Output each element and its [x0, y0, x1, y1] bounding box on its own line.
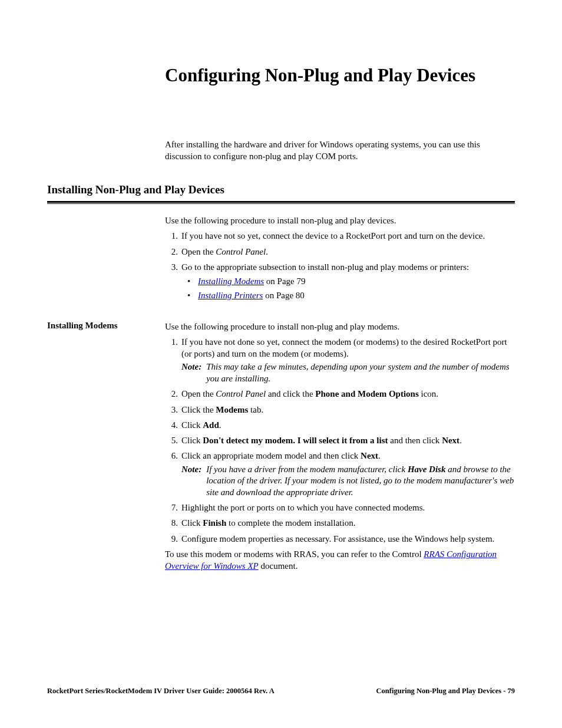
note-label: Note:	[181, 464, 206, 499]
text: Click the	[181, 405, 216, 414]
intro-paragraph: After installing the hardware and driver…	[165, 139, 515, 162]
list-item: Open the Control Panel.	[165, 246, 515, 258]
text: Click	[181, 420, 203, 430]
text: on Page 80	[263, 291, 304, 300]
text: .	[378, 451, 381, 460]
text: Open the	[181, 389, 216, 398]
list-item: Click Finish to complete the modem insta…	[165, 517, 515, 529]
footer-right: Configuring Non-Plug and Play Devices - …	[376, 687, 515, 696]
list-item: Open the Control Panel and click the Pho…	[165, 388, 515, 400]
list-item: Click an appropriate modem model and the…	[165, 450, 515, 498]
text-bold: Finish	[203, 518, 226, 528]
text: Go to the appropriate subsection to inst…	[181, 262, 469, 272]
list-item: Click Don't detect my modem. I will sele…	[165, 434, 515, 446]
text: icon.	[419, 389, 438, 398]
text: and then click	[388, 436, 442, 445]
text: .	[459, 436, 462, 445]
list-item: Configure modem properties as necessary.…	[165, 533, 515, 545]
text: on Page 79	[264, 276, 305, 286]
closing-paragraph: To use this modem or modems with RRAS, y…	[165, 548, 515, 572]
note-text: If you have a driver from the modem manu…	[206, 464, 515, 499]
page-title: Configuring Non-Plug and Play Devices	[165, 65, 515, 86]
text-bold: Next	[442, 436, 459, 445]
procedure-list-modems: If you have not done so yet, connect the…	[165, 336, 515, 545]
subsection-installing-modems: Installing Modems Use the following proc…	[47, 321, 515, 576]
body-text: Use the following procedure to install n…	[165, 321, 515, 332]
procedure-list-devices: If you have not so yet, connect the devi…	[165, 230, 515, 301]
divider	[47, 201, 515, 204]
note-text: This may take a few minutes, depending u…	[206, 361, 515, 384]
link-installing-printers[interactable]: Installing Printers	[198, 291, 263, 300]
note: Note: This may take a few minutes, depen…	[181, 361, 515, 384]
text: To use this modem or modems with RRAS, y…	[165, 549, 424, 559]
footer-left: RocketPort Series/RocketModem IV Driver …	[47, 687, 275, 696]
text: If you have not done so yet, connect the…	[181, 337, 507, 358]
section-heading-install-devices: Installing Non-Plug and Play Devices	[47, 183, 515, 196]
text: Click	[181, 518, 203, 528]
list-item: Installing Printers on Page 80	[181, 289, 515, 301]
note-label: Note:	[181, 361, 206, 384]
text-italic: Control Panel	[216, 389, 266, 398]
list-item: Highlight the port or ports on to which …	[165, 502, 515, 513]
text: tab.	[248, 405, 263, 414]
link-installing-modems[interactable]: Installing Modems	[198, 276, 264, 286]
text-bold: Next	[361, 451, 378, 460]
list-item: Click Add.	[165, 419, 515, 431]
text-bold-italic: Have Disk	[408, 465, 446, 474]
text: .	[266, 247, 268, 256]
bullet-list: Installing Modems on Page 79 Installing …	[181, 275, 515, 302]
page-footer: RocketPort Series/RocketModem IV Driver …	[47, 687, 515, 696]
text: Click an appropriate modem model and the…	[181, 451, 361, 460]
text: document.	[259, 561, 298, 571]
text-italic: Control Panel	[216, 247, 266, 256]
list-item: Go to the appropriate subsection to inst…	[165, 261, 515, 302]
list-item: Installing Modems on Page 79	[181, 275, 515, 287]
list-item: Click the Modems tab.	[165, 404, 515, 416]
text: Open the	[181, 247, 216, 256]
body-text: Use the following procedure to install n…	[165, 215, 515, 226]
content-column: Use the following procedure to install n…	[165, 321, 515, 576]
text: Click	[181, 436, 203, 445]
list-item: If you have not done so yet, connect the…	[165, 336, 515, 385]
side-heading: Installing Modems	[47, 321, 165, 331]
note: Note: If you have a driver from the mode…	[181, 464, 515, 499]
text-bold: Don't detect my modem. I will select it …	[203, 436, 388, 445]
text: If you have a driver from the modem manu…	[206, 465, 408, 474]
text: to complete the modem installation.	[226, 518, 355, 528]
text-bold: Modems	[216, 405, 248, 414]
text-bold: Add	[203, 420, 219, 430]
text: and click the	[266, 389, 315, 398]
text: .	[219, 420, 222, 430]
text-bold: Phone and Modem Options	[315, 389, 418, 398]
list-item: If you have not so yet, connect the devi…	[165, 230, 515, 242]
